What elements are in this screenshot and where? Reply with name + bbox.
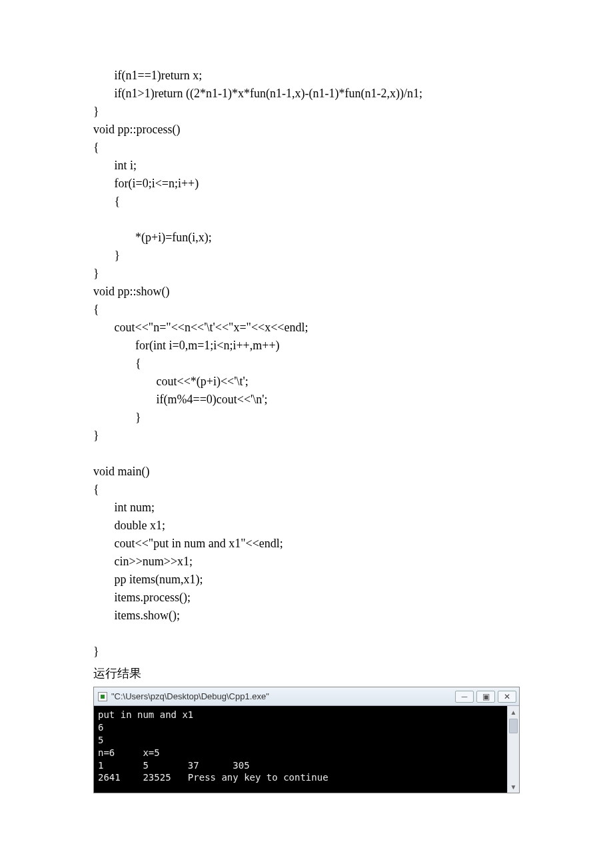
scroll-down-icon[interactable]: ▼ — [508, 781, 519, 793]
minimize-button[interactable]: ─ — [455, 691, 474, 703]
app-icon — [98, 692, 107, 701]
console-output: put in num and x1 6 5 n=6 x=5 1 5 37 305… — [94, 706, 507, 793]
window-title: "C:\Users\pzq\Desktop\Debug\Cpp1.exe" — [111, 690, 269, 703]
console-body: put in num and x1 6 5 n=6 x=5 1 5 37 305… — [94, 706, 519, 793]
source-code: if(n1==1)return x; if(n1>1)return ((2*n1… — [93, 67, 520, 661]
close-button[interactable]: ✕ — [498, 691, 516, 703]
scroll-thumb[interactable] — [509, 719, 518, 733]
scroll-up-icon[interactable]: ▲ — [508, 706, 519, 718]
titlebar-left: "C:\Users\pzq\Desktop\Debug\Cpp1.exe" — [98, 690, 269, 703]
maximize-button[interactable]: ▣ — [476, 691, 495, 703]
scrollbar[interactable]: ▲ ▼ — [507, 706, 519, 793]
titlebar[interactable]: "C:\Users\pzq\Desktop\Debug\Cpp1.exe" ─ … — [94, 687, 519, 706]
console-window: "C:\Users\pzq\Desktop\Debug\Cpp1.exe" ─ … — [93, 687, 520, 793]
window-controls: ─ ▣ ✕ — [455, 691, 516, 703]
scroll-track[interactable] — [508, 734, 519, 781]
result-label: 运行结果 — [93, 665, 520, 683]
